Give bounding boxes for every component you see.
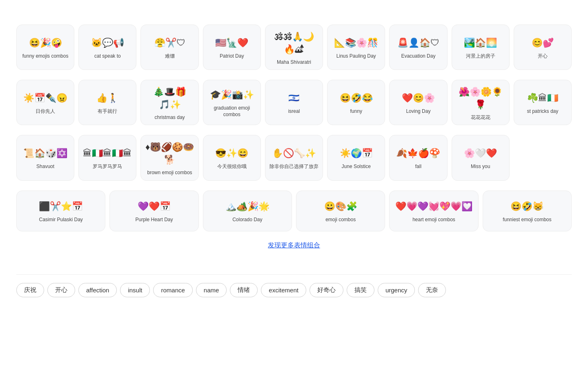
card-emojis: 😀🎨🧩 — [324, 200, 357, 213]
emoji-card[interactable]: 🏛🇮🇹🏛🇮🇹🏛 罗马罗马罗马 — [78, 135, 136, 180]
emoji-card[interactable]: 📜🏠🎲✡️ Shavuot — [16, 135, 74, 180]
emoji-card[interactable]: 🎄🎩🎁🎵✨ christmas day — [140, 80, 198, 125]
card-emojis: 🇮🇱 — [288, 92, 299, 105]
emoji-card[interactable]: ⬛✂️⭐📅 Casimir Pulaski Day — [16, 191, 105, 231]
emoji-card[interactable]: 🏞️🏠🌅 河景上的房子 — [452, 25, 510, 70]
card-emojis: ☀️🌍📅 — [340, 147, 373, 160]
card-emojis: ❤️😊🌸 — [402, 92, 435, 105]
card-emojis: 🏛🇮🇹🏛🇮🇹🏛 — [83, 147, 132, 160]
emoji-card[interactable]: 🇮🇱 isreal — [265, 80, 323, 125]
tag-button[interactable]: 无奈 — [418, 283, 446, 297]
card-emojis: 📜🏠🎲✡️ — [23, 147, 67, 160]
card-emojis: 👍🚶 — [96, 92, 118, 105]
card-emojis: 😆🤣😸 — [510, 200, 543, 213]
card-label: st patricks day — [527, 108, 559, 115]
emoji-card[interactable]: ☀️📅✒️😠 日你先人 — [16, 80, 74, 125]
card-label: emoji combos — [325, 217, 356, 223]
card-emojis: 🌺🌸🌼🌻🌹 — [455, 86, 506, 111]
card-emojis: 🏞️🏠🌅 — [464, 37, 497, 50]
card-label: funny — [350, 108, 362, 115]
card-emojis: 🕉🕉🙏🌙🔥🏕 — [269, 31, 319, 56]
discover-more-link[interactable]: 发现更多表情组合 — [16, 241, 572, 250]
card-label: graduation emoji combos — [207, 105, 257, 118]
tag-button[interactable]: 开心 — [47, 283, 75, 297]
emoji-card[interactable]: ☘️🏛🇮🇪 st patricks day — [514, 80, 572, 125]
emoji-grid-row4: ⬛✂️⭐📅 Casimir Pulaski Day 💜❤️📅 Purple He… — [16, 191, 572, 231]
card-emojis: 💜❤️📅 — [138, 200, 171, 213]
emoji-card[interactable]: 🚨👤🏠🛡 Evacuation Day — [389, 25, 447, 70]
card-emojis: 🐱💬📢 — [91, 37, 124, 50]
card-label: funniest emoji combos — [503, 217, 551, 223]
emoji-card[interactable]: 😊💕 开心 — [514, 25, 572, 70]
card-label: Miss you — [471, 164, 490, 170]
emoji-grid-row3: 📜🏠🎲✡️ Shavuot 🏛🇮🇹🏛🇮🇹🏛 罗马罗马罗马 ♦️🐻🏈🍪🍩🐕 bro… — [16, 135, 572, 180]
emoji-card[interactable]: ❤️💗💜💓💖💗💟 heart emoji combos — [389, 191, 478, 231]
card-label: 河景上的房子 — [466, 53, 495, 60]
card-emojis: 🎄🎩🎁🎵✨ — [144, 86, 195, 111]
tag-button[interactable]: 好奇心 — [310, 283, 343, 297]
tag-button[interactable]: 情绪 — [230, 283, 258, 297]
card-label: 罗马罗马罗马 — [93, 164, 122, 170]
tag-button[interactable]: excitement — [261, 283, 306, 297]
emoji-card[interactable]: ♦️🐻🏈🍪🍩🐕 brown emoji combos — [140, 135, 198, 180]
emoji-card[interactable]: 😆🎉🤪 funny emojis combos — [16, 25, 74, 70]
emoji-card[interactable]: ✋🚫🦴✨ 除非你自己选择了放弃 — [265, 135, 323, 180]
emoji-card[interactable]: 🌺🌸🌼🌻🌹 花花花花 — [452, 80, 510, 125]
card-label: Evacuation Day — [401, 53, 435, 60]
card-label: 今天很炫你哦 — [217, 164, 247, 170]
emoji-card[interactable]: 🇺🇸🗽❤️ Patriot Day — [203, 25, 261, 70]
tag-button[interactable]: romance — [153, 283, 192, 297]
card-emojis: ☘️🏛🇮🇪 — [527, 92, 558, 105]
emoji-card[interactable]: 🌸🤍❤️ Miss you — [452, 135, 510, 180]
card-label: Patriot Day — [220, 53, 244, 60]
emoji-card[interactable]: 😀🎨🧩 emoji combos — [296, 191, 385, 231]
emoji-card[interactable]: 🍂🍁🍎🍄 fall — [389, 135, 447, 180]
card-label: cat speak to — [94, 53, 121, 60]
card-emojis: 🚨👤🏠🛡 — [397, 37, 439, 50]
emoji-card[interactable]: 🎓🎉📸✨ graduation emoji combos — [203, 80, 261, 125]
emoji-card[interactable]: 💜❤️📅 Purple Heart Day — [109, 191, 198, 231]
card-label: Casimir Pulaski Day — [39, 217, 82, 223]
tag-button[interactable]: urgency — [378, 283, 415, 297]
emoji-card[interactable]: 🐱💬📢 cat speak to — [78, 25, 136, 70]
tag-button[interactable]: insult — [120, 283, 150, 297]
emoji-card[interactable]: 😆🤣😂 funny — [327, 80, 385, 125]
emoji-card[interactable]: 😎✨😄 今天很炫你哦 — [203, 135, 261, 180]
card-label: Colorado Day — [232, 217, 262, 223]
card-emojis: 😆🎉🤪 — [29, 37, 62, 50]
card-label: 难绷 — [165, 53, 175, 60]
card-emojis: 😊💕 — [532, 37, 554, 50]
card-label: christmas day — [155, 114, 185, 121]
tag-button[interactable]: affection — [78, 283, 117, 297]
card-label: Loving Day — [406, 108, 430, 115]
card-label: 除非你自己选择了放弃 — [270, 164, 318, 170]
card-emojis: 😤✂️🛡 — [154, 37, 185, 50]
emoji-card[interactable]: 😤✂️🛡 难绷 — [140, 25, 198, 70]
card-emojis: 🏔️🏕️🎉🌟 — [225, 200, 270, 213]
card-emojis: 😎✨😄 — [215, 147, 248, 160]
card-emojis: ❤️💗💜💓💖💗💟 — [395, 200, 472, 213]
emoji-card[interactable]: 😆🤣😸 funniest emoji combos — [483, 191, 572, 231]
card-label: 开心 — [538, 53, 548, 60]
tags-row: 庆祝开心affectioninsultromancename情绪exciteme… — [16, 274, 572, 297]
tag-button[interactable]: 搞笑 — [347, 283, 374, 297]
emoji-card[interactable]: 🏔️🏕️🎉🌟 Colorado Day — [203, 191, 292, 231]
emoji-card[interactable]: 👍🚶 有手就行 — [78, 80, 136, 125]
card-emojis: ♦️🐻🏈🍪🍩🐕 — [144, 141, 195, 166]
tag-button[interactable]: 庆祝 — [16, 283, 44, 297]
card-emojis: 🇺🇸🗽❤️ — [215, 37, 248, 50]
card-label: Purple Heart Day — [135, 217, 173, 223]
card-emojis: 🎓🎉📸✨ — [210, 89, 254, 102]
card-label: heart emoji combos — [412, 217, 455, 223]
card-emojis: ⬛✂️⭐📅 — [39, 200, 83, 213]
card-label: fall — [415, 164, 421, 170]
emoji-card[interactable]: 🕉🕉🙏🌙🔥🏕 Maha Shivaratri — [265, 25, 323, 70]
emoji-card[interactable]: ☀️🌍📅 June Solstice — [327, 135, 385, 180]
card-label: June Solstice — [342, 164, 371, 170]
card-label: 日你先人 — [36, 108, 55, 115]
tag-button[interactable]: name — [196, 283, 227, 297]
emoji-card[interactable]: 📐📚🌸🎊 Linus Pauling Day — [327, 25, 385, 70]
card-emojis: 🍂🍁🍎🍄 — [396, 147, 440, 160]
card-label: brown emoji combos — [147, 170, 192, 176]
emoji-card[interactable]: ❤️😊🌸 Loving Day — [389, 80, 447, 125]
